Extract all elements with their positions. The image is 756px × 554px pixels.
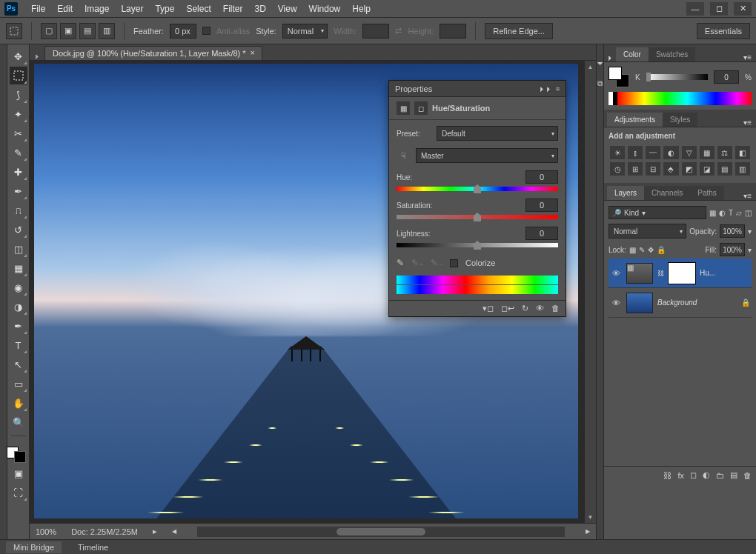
adjustment-type-icon[interactable]: ▦ (397, 101, 410, 115)
dodge-tool[interactable]: ◑ (10, 298, 27, 316)
opacity-arrow-icon[interactable]: ▾ (748, 227, 752, 236)
clip-icon[interactable]: ▾◻ (483, 304, 494, 313)
group-icon[interactable]: 🗀 (716, 471, 724, 480)
adj-gradmap-icon[interactable]: ▤ (717, 162, 732, 176)
lightness-slider[interactable] (397, 243, 558, 247)
adj-selective-icon[interactable]: ▥ (735, 162, 750, 176)
collapse-icon[interactable]: ⏵ (34, 53, 44, 60)
quickmask-toggle[interactable]: ▣ (10, 464, 27, 482)
layer-mask-thumb[interactable] (669, 263, 695, 284)
adj-hue-icon[interactable]: ▦ (700, 146, 714, 159)
delete-icon[interactable]: 🗑 (743, 471, 752, 480)
lock-pixels-icon[interactable]: ✎ (639, 246, 645, 254)
stamp-tool[interactable]: ⎍ (10, 201, 27, 219)
link-layers-icon[interactable]: ⛓ (663, 471, 672, 480)
toggle-visibility-icon[interactable]: 👁 (536, 304, 544, 313)
zoom-level[interactable]: 100% (36, 527, 56, 536)
close-button[interactable]: ✕ (734, 2, 752, 16)
panel-menu-icon[interactable]: ▾≡ (739, 192, 756, 200)
panel-menu-icon[interactable]: ▾≡ (739, 53, 756, 61)
menu-view[interactable]: View (272, 4, 303, 14)
mini-swatches[interactable] (609, 67, 629, 87)
k-slider[interactable] (646, 74, 708, 80)
collapsed-panel-icon[interactable]: ⏷ (597, 59, 604, 67)
reset-icon[interactable]: ↻ (522, 304, 528, 313)
fill-adj-icon[interactable]: ◐ (703, 470, 710, 480)
eyedropper-tool[interactable]: ✎ (10, 144, 27, 161)
filter-smart-icon[interactable]: ◫ (745, 209, 752, 217)
tab-paths[interactable]: Paths (690, 186, 724, 200)
marquee-tool[interactable] (10, 67, 27, 84)
horizontal-scrollbar[interactable] (197, 527, 565, 537)
layer-name[interactable]: Hu... (700, 269, 715, 277)
vertical-scrollbar[interactable]: ▲ ▼ (584, 61, 596, 523)
tab-channels[interactable]: Channels (644, 186, 690, 200)
hand-tool[interactable]: ✋ (10, 394, 27, 412)
tab-swatches[interactable]: Swatches (649, 47, 695, 61)
lasso-tool[interactable]: ⟆ (10, 86, 27, 104)
layer-filter[interactable]: 🔎 Kind ▾ (609, 206, 706, 219)
layer-name[interactable]: Background (657, 298, 697, 307)
adj-levels-icon[interactable]: ⫿ (628, 146, 643, 159)
lock-pos-icon[interactable]: ✥ (648, 246, 654, 254)
menu-layer[interactable]: Layer (115, 4, 149, 14)
visibility-toggle[interactable]: 👁 (610, 269, 622, 278)
adj-posterize-icon[interactable]: ◩ (682, 162, 697, 176)
adj-photofilter-icon[interactable]: ◷ (610, 162, 625, 176)
pen-tool[interactable]: ✒ (10, 317, 27, 335)
adj-colorbalance-icon[interactable]: ⚖ (717, 146, 732, 159)
color-swatches[interactable] (10, 441, 27, 463)
style-dropdown[interactable]: Normal (282, 24, 328, 39)
mask-mode-icon[interactable]: ◻ (414, 101, 428, 115)
path-select-tool[interactable]: ↖ (10, 356, 27, 373)
lock-trans-icon[interactable]: ▦ (629, 246, 636, 254)
opacity-value[interactable]: 100% (720, 224, 745, 238)
adj-vibrance-icon[interactable]: ▽ (682, 146, 697, 159)
saturation-value[interactable]: 0 (525, 198, 558, 212)
maximize-button[interactable]: ◻ (710, 2, 728, 16)
tab-timeline[interactable]: Timeline (70, 541, 116, 553)
gradient-tool[interactable]: ▦ (10, 259, 27, 277)
lightness-value[interactable]: 0 (525, 227, 558, 240)
adj-exposure-icon[interactable]: ◐ (663, 146, 678, 159)
delete-adj-icon[interactable]: 🗑 (551, 304, 560, 313)
new-layer-icon[interactable]: ▤ (730, 470, 737, 480)
adj-colorlookup-icon[interactable]: ⊟ (646, 162, 660, 176)
filter-pixel-icon[interactable]: ▦ (709, 209, 716, 217)
document-tab[interactable]: Dock.jpg @ 100% (Hue/Saturation 1, Layer… (44, 46, 262, 60)
filter-adj-icon[interactable]: ◐ (719, 209, 726, 217)
tab-color[interactable]: Color (616, 47, 649, 61)
menu-filter[interactable]: Filter (217, 4, 249, 14)
healing-tool[interactable]: ✚ (10, 163, 27, 181)
brush-tool[interactable]: ✒ (10, 182, 27, 200)
scroll-left-icon[interactable]: ◀ (172, 528, 176, 535)
adj-curves-icon[interactable]: 〰 (646, 146, 660, 159)
scroll-right-icon[interactable]: ▶ (586, 528, 590, 535)
blend-mode-dropdown[interactable]: Normal (609, 224, 686, 238)
refine-edge-button[interactable]: Refine Edge... (485, 23, 553, 39)
channel-dropdown[interactable]: Master (416, 148, 558, 163)
filter-type-icon[interactable]: T (729, 209, 733, 217)
history-brush-tool[interactable]: ↺ (10, 221, 27, 238)
selection-new-icon[interactable]: ▢ (41, 23, 57, 39)
minimize-button[interactable]: — (686, 2, 704, 16)
saturation-slider[interactable] (397, 215, 558, 219)
background-color[interactable] (14, 451, 26, 463)
adj-invert-icon[interactable]: ⬘ (663, 162, 678, 176)
hand-icon[interactable]: ☟ (397, 151, 410, 161)
hue-value[interactable]: 0 (525, 170, 558, 184)
menu-type[interactable]: Type (149, 4, 180, 14)
fill-arrow-icon[interactable]: ▾ (748, 246, 752, 254)
blur-tool[interactable]: ◉ (10, 278, 27, 296)
wand-tool[interactable]: ✦ (10, 105, 27, 123)
feather-input[interactable]: 0 px (170, 24, 196, 39)
k-value[interactable]: 0 (714, 70, 739, 84)
menu-image[interactable]: Image (79, 4, 115, 14)
layer-row[interactable]: 👁 ▦ ⛓ Hu... (609, 258, 752, 288)
shape-tool[interactable]: ▭ (10, 375, 27, 393)
visibility-toggle[interactable]: 👁 (610, 298, 622, 307)
workspace-switcher[interactable]: Essentials (697, 23, 750, 39)
mask-icon[interactable]: ◻ (690, 470, 697, 480)
fill-value[interactable]: 100% (720, 243, 745, 256)
adj-threshold-icon[interactable]: ◪ (700, 162, 714, 176)
